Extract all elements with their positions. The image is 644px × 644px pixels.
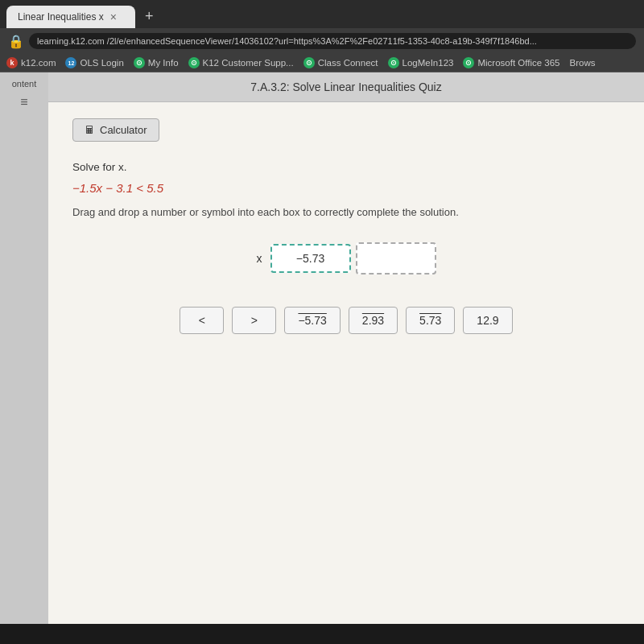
bookmark-logme-icon: ⊙ (388, 57, 399, 68)
bookmark-brows[interactable]: Brows (570, 58, 596, 68)
bookmark-k12-icon: k (6, 57, 18, 68)
bookmark-k12[interactable]: k k12.com (6, 57, 56, 68)
address-bar: 🔒 (0, 28, 644, 54)
bookmark-myinfo-icon: ⊙ (134, 57, 145, 68)
option-pos129-value: 12.9 (477, 314, 498, 327)
option-pos129[interactable]: 12.9 (463, 307, 512, 334)
bookmark-logme-label: LogMeIn123 (402, 58, 454, 68)
bookmark-ols-label: OLS Login (80, 58, 123, 68)
bookmark-k12supp-label: K12 Customer Supp... (203, 58, 294, 68)
bookmark-classconnect[interactable]: ⊙ Class Connect (303, 57, 378, 68)
option-pos293[interactable]: 2.93 (349, 307, 398, 334)
lock-icon: 🔒 (8, 34, 24, 49)
sidebar-menu-icon[interactable]: ≡ (20, 95, 27, 109)
bookmark-myinfo[interactable]: ⊙ My Info (134, 57, 179, 68)
answer-area: x −5.73 (72, 242, 620, 275)
option-neg573-value: −5.73 (298, 314, 326, 327)
tab-bar: Linear Inequalities x × + (0, 0, 644, 28)
bookmark-logmein[interactable]: ⊙ LogMeIn123 (388, 57, 454, 68)
quiz-body: 🖩 Calculator Solve for x. −1.5x − 3.1 < … (48, 102, 644, 624)
quiz-title: 7.A.3.2: Solve Linear Inequalities Quiz (250, 80, 441, 93)
calculator-button[interactable]: 🖩 Calculator (72, 118, 159, 142)
option-lt[interactable]: < (180, 307, 224, 334)
option-pos573-value: 5.73 (419, 314, 441, 327)
sidebar: ontent ≡ (0, 72, 48, 624)
answer-x-label: x (257, 252, 262, 265)
calculator-label: Calculator (100, 124, 147, 136)
options-row: < > −5.73 2.93 5.73 12.9 (72, 307, 620, 334)
main-area: 7.A.3.2: Solve Linear Inequalities Quiz … (48, 72, 644, 624)
option-neg573[interactable]: −5.73 (284, 307, 340, 334)
option-pos573[interactable]: 5.73 (406, 307, 455, 334)
option-lt-value: < (199, 314, 205, 327)
bookmark-k12supp-icon: ⊙ (188, 57, 200, 68)
bookmark-ms365[interactable]: ⊙ Microsoft Office 365 (463, 57, 559, 68)
new-tab-button[interactable]: + (138, 5, 160, 28)
answer-filled-value: −5.73 (296, 252, 324, 265)
bookmark-ms-label: Microsoft Office 365 (477, 58, 559, 68)
tab-title: Linear Inequalities x (18, 11, 104, 23)
option-pos293-value: 2.93 (362, 314, 384, 327)
page-content: ontent ≡ 7.A.3.2: Solve Linear Inequalit… (0, 72, 644, 624)
answer-box-filled[interactable]: −5.73 (270, 244, 351, 273)
content-label: ontent (12, 79, 37, 89)
bookmark-ms-icon: ⊙ (463, 57, 474, 68)
answer-box-empty[interactable] (356, 242, 436, 275)
bookmark-myinfo-label: My Info (148, 58, 179, 68)
instruction: Drag and drop a number or symbol into ea… (72, 206, 620, 218)
bookmark-brows-label: Brows (570, 58, 596, 68)
bookmark-ols[interactable]: 12 OLS Login (65, 57, 123, 68)
equation: −1.5x − 3.1 < 5.5 (72, 181, 620, 195)
quiz-header: 7.A.3.2: Solve Linear Inequalities Quiz (48, 72, 644, 102)
option-gt-value: > (251, 314, 258, 327)
address-input[interactable] (29, 33, 636, 49)
bookmark-cc-label: Class Connect (318, 58, 378, 68)
bookmark-ols-icon: 12 (65, 57, 76, 68)
calculator-icon: 🖩 (85, 124, 95, 136)
browser-chrome: Linear Inequalities x × + 🔒 k k12.com 12… (0, 0, 644, 72)
bookmarks-bar: k k12.com 12 OLS Login ⊙ My Info ⊙ K12 C… (0, 54, 644, 72)
bookmark-k12-label: k12.com (21, 58, 56, 68)
bookmark-k12supp[interactable]: ⊙ K12 Customer Supp... (188, 57, 294, 68)
bookmark-cc-icon: ⊙ (303, 57, 315, 68)
option-gt[interactable]: > (232, 307, 276, 334)
problem-label: Solve for x. (72, 161, 620, 173)
tab-close-button[interactable]: × (110, 10, 117, 23)
active-tab[interactable]: Linear Inequalities x × (6, 6, 135, 28)
